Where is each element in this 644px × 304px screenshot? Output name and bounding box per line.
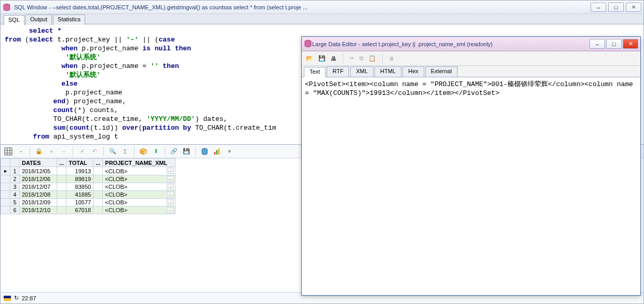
cell-total[interactable]: 67018 — [66, 206, 93, 214]
cell-dates[interactable]: 2018/12/10 — [20, 206, 57, 214]
editor-tabstrip: Text RTF XML HTML Hex External — [302, 66, 640, 77]
table-row[interactable]: ▸12018/12/0519913<CLOB>… — [1, 167, 176, 175]
editor-window-title: Large Data Editor - select t.project_key… — [312, 41, 588, 47]
cell-xml[interactable]: <CLOB>… — [103, 167, 176, 175]
tab-sql[interactable]: SQL — [4, 15, 24, 25]
save-icon[interactable]: 💾 — [182, 147, 191, 156]
maximize-button[interactable]: □ — [608, 3, 624, 12]
clob-expand-button[interactable]: … — [167, 176, 174, 182]
sql-line: TO_CHAR(t.create_time, — [5, 115, 146, 123]
sql-line: '默认系统' — [5, 71, 101, 79]
row-number: 6 — [10, 206, 20, 214]
close-icon: ✕ — [632, 4, 636, 10]
grid-icon[interactable] — [4, 147, 13, 156]
clob-expand-button[interactable]: … — [167, 199, 174, 205]
cell-total[interactable]: 41885 — [66, 191, 93, 199]
sql-line: ) dates, — [195, 115, 227, 123]
copy-icon[interactable]: ⧉ — [359, 55, 364, 62]
maximize-icon: □ — [612, 41, 616, 47]
cell-xml[interactable]: <CLOB>… — [103, 206, 176, 214]
chevron-down-icon[interactable]: ▼ — [225, 147, 234, 156]
arrowup-icon[interactable]: ⬆ — [151, 147, 160, 156]
table-row[interactable]: 42018/12/0841885<CLOB>… — [1, 191, 176, 199]
sql-line: p.project_name — [5, 89, 122, 96]
cell-sep — [57, 199, 66, 206]
grid-header-dates[interactable]: DATES — [20, 159, 57, 167]
cell-xml[interactable]: <CLOB>… — [103, 175, 176, 183]
lock-icon[interactable]: 🔒 — [34, 147, 44, 156]
cell-xml[interactable]: <CLOB>… — [103, 183, 176, 191]
cell-sep — [57, 167, 66, 175]
close-icon: ✕ — [628, 40, 633, 47]
binoculars-icon[interactable]: 🔍 — [108, 147, 117, 156]
tab-html[interactable]: HTML — [374, 66, 401, 77]
cell-dates[interactable]: 2018/12/06 — [20, 175, 57, 183]
grid-header-xml[interactable]: PROJECT_NAME_XML — [103, 159, 176, 167]
close-button[interactable]: ✕ — [626, 3, 641, 12]
sql-line: sum — [5, 124, 65, 132]
minimize-button[interactable]: – — [591, 3, 606, 12]
table-row[interactable]: 52018/12/0910577<CLOB>… — [1, 199, 176, 206]
svg-rect-8 — [216, 150, 218, 155]
undo-icon[interactable]: ↶ — [90, 147, 99, 156]
toolbar-sep — [343, 54, 343, 63]
tab-xml[interactable]: XML — [350, 66, 373, 77]
tab-rtf[interactable]: RTF — [327, 66, 349, 77]
cell-dates[interactable]: 2018/12/09 — [20, 199, 57, 206]
table-row[interactable]: 32018/12/0783850<CLOB>… — [1, 183, 176, 191]
sql-line: when — [5, 45, 77, 52]
tab-statistics[interactable]: Statistics — [53, 15, 85, 25]
results-grid[interactable]: DATES ... TOTAL ... PROJECT_NAME_XML ▸12… — [1, 158, 176, 214]
editor-content[interactable]: <PivotSet><item><column name = "PROJECT_… — [302, 77, 640, 295]
editor-minimize-button[interactable]: – — [589, 39, 605, 49]
row-marker — [1, 175, 10, 183]
cell-xml[interactable]: <CLOB>… — [103, 191, 176, 199]
svg-rect-1 — [5, 148, 12, 155]
clob-expand-button[interactable]: … — [167, 168, 174, 174]
cut-icon[interactable]: ✂ — [350, 55, 354, 62]
cell-total[interactable]: 83850 — [66, 183, 93, 191]
sql-line: ( — [65, 124, 70, 132]
cell-xml[interactable]: <CLOB>… — [103, 199, 176, 206]
plus-icon[interactable]: + — [47, 147, 56, 156]
cell-dates[interactable]: 2018/12/05 — [20, 167, 57, 175]
save-icon[interactable]: 💾 — [318, 55, 326, 62]
minus2-icon[interactable]: − — [59, 147, 69, 156]
editor-close-button[interactable]: ✕ — [623, 39, 638, 49]
cube-icon[interactable] — [139, 147, 148, 156]
cell-total[interactable]: 10577 — [66, 199, 93, 206]
sql-line: when — [5, 62, 77, 70]
sigma-icon[interactable]: Σ — [120, 147, 130, 156]
table-row[interactable]: 62018/12/1067018<CLOB>… — [1, 206, 176, 214]
database-icon[interactable] — [200, 147, 209, 156]
grid-header-total[interactable]: TOTAL — [66, 159, 93, 167]
clob-expand-button[interactable]: … — [167, 191, 174, 198]
editor-maximize-button[interactable]: □ — [606, 39, 622, 49]
minus-icon[interactable]: − — [16, 147, 25, 156]
cell-dates[interactable]: 2018/12/08 — [20, 191, 57, 199]
data-editor-window[interactable]: Large Data Editor - select t.project_key… — [301, 36, 641, 296]
tab-external[interactable]: External — [425, 66, 458, 77]
titlebar[interactable]: SQL Window - --select dates,total,(PROJE… — [1, 1, 643, 14]
cell-total[interactable]: 89819 — [66, 175, 93, 183]
doc-icon[interactable]: 🗎 — [389, 56, 395, 62]
cell-sep — [93, 175, 103, 183]
tab-hex[interactable]: Hex — [403, 66, 424, 77]
minimize-icon: – — [597, 4, 600, 10]
cell-dates[interactable]: 2018/12/07 — [20, 183, 57, 191]
print-icon[interactable]: 🖶 — [331, 56, 337, 62]
clob-expand-button[interactable]: … — [167, 207, 174, 213]
cell-total[interactable]: 19913 — [66, 167, 93, 175]
table-row[interactable]: 22018/12/0689819<CLOB>… — [1, 175, 176, 183]
check-icon[interactable]: ✓ — [77, 147, 87, 156]
toolbar-sep — [195, 147, 196, 156]
folder-open-icon[interactable]: 📂 — [306, 55, 313, 62]
link-icon[interactable]: 🔗 — [169, 147, 179, 156]
editor-titlebar[interactable]: Large Data Editor - select t.project_key… — [302, 37, 640, 51]
sql-line: p.project_name = — [77, 62, 150, 70]
tab-text[interactable]: Text — [304, 67, 326, 77]
paste-icon[interactable]: 📋 — [369, 55, 376, 62]
clob-expand-button[interactable]: … — [167, 184, 174, 190]
tab-output[interactable]: Output — [25, 15, 52, 25]
chart-icon[interactable] — [212, 147, 222, 156]
